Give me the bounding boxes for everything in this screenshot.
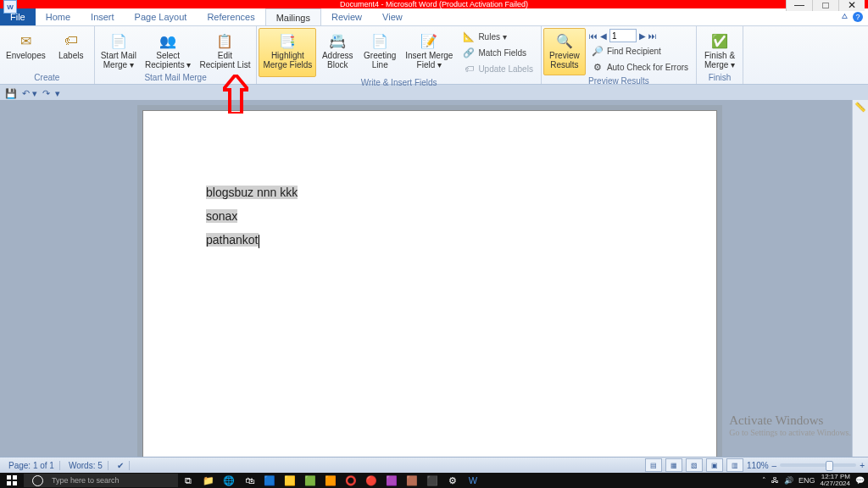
tab-references[interactable]: References <box>197 8 264 25</box>
next-record-button[interactable]: ▶ <box>639 31 646 41</box>
maximize-button[interactable]: □ <box>812 0 838 11</box>
store-icon[interactable]: 🛍 <box>239 473 259 488</box>
app-icon-3[interactable]: 🟩 <box>300 473 320 488</box>
app-icon-5[interactable]: 🔴 <box>361 473 381 488</box>
edit-recipient-list-button[interactable]: 📋 Edit Recipient List <box>195 28 254 72</box>
ruler-toggle-icon[interactable]: 📏 <box>854 102 866 113</box>
save-icon[interactable]: 💾 <box>5 88 17 99</box>
tab-mailings[interactable]: Mailings <box>265 8 321 25</box>
labels-button[interactable]: 🏷 Labels <box>50 28 92 72</box>
ribbon-tabs: File Home Insert Page Layout References … <box>0 8 868 26</box>
preview-icon: 🔍 <box>555 31 574 50</box>
preview-results-button[interactable]: 🔍 Preview Results <box>543 28 586 75</box>
greeting-line-button[interactable]: 📄 Greeting Line <box>359 28 401 77</box>
svg-rect-3 <box>13 481 17 485</box>
app-icon-4[interactable]: 🟧 <box>320 473 341 488</box>
tab-view[interactable]: View <box>372 8 413 25</box>
qat-customize-icon[interactable]: ▾ <box>55 88 60 99</box>
spellcheck-icon[interactable]: ✔ <box>112 461 130 470</box>
help-icon[interactable]: ? <box>853 12 863 22</box>
highlight-merge-fields-button[interactable]: 📑 Highlight Merge Fields <box>259 28 316 77</box>
rules-label: Rules ▾ <box>478 32 506 42</box>
select-recipients-button[interactable]: 👥 Select Recipients ▾ <box>141 28 195 72</box>
document-area[interactable]: blogsbuz nnn kkk sonax pathankot 📏 Activ… <box>0 100 868 458</box>
file-explorer-icon[interactable]: 📁 <box>198 473 219 488</box>
finish-merge-button[interactable]: ✅ Finish & Merge ▾ <box>698 28 741 72</box>
text-cursor <box>259 235 259 248</box>
title-bar: W Document4 - Microsoft Word (Product Ac… <box>0 0 868 8</box>
merge-field-1[interactable]: blogsbuz nnn kkk <box>206 186 298 199</box>
taskbar-clock[interactable]: 12:17 PM 4/27/2024 <box>820 474 850 487</box>
tab-insert[interactable]: Insert <box>81 8 125 25</box>
svg-rect-2 <box>7 481 11 485</box>
find-recipient-button[interactable]: 🔎Find Recipient <box>589 43 691 58</box>
task-view-icon[interactable]: ⧉ <box>178 473 198 488</box>
start-button[interactable] <box>0 473 24 488</box>
redo-icon[interactable]: ↷ <box>42 88 50 99</box>
word-taskbar-icon[interactable]: W <box>463 473 483 488</box>
envelopes-button[interactable]: ✉ Envelopes <box>2 28 50 72</box>
tab-page-layout[interactable]: Page Layout <box>125 8 198 25</box>
tab-home[interactable]: Home <box>36 8 81 25</box>
address-block-button[interactable]: 📇 Address Block <box>316 28 359 77</box>
merge-field-2[interactable]: sonax <box>206 209 237 223</box>
auto-check-errors-button[interactable]: ⚙Auto Check for Errors <box>589 59 691 75</box>
match-fields-button[interactable]: 🔗Match Fields <box>460 45 536 60</box>
greeting-icon: 📄 <box>370 31 389 50</box>
print-layout-view-button[interactable]: ▤ <box>645 458 662 472</box>
zoom-level[interactable]: 110% <box>747 461 769 470</box>
app-icon-7[interactable]: 🟫 <box>402 473 422 488</box>
find-icon: 🔎 <box>592 45 604 57</box>
fullscreen-view-button[interactable]: ▦ <box>665 458 682 472</box>
activate-windows-watermark: Activate Windows Go to Settings to activ… <box>729 413 851 437</box>
record-number-input[interactable] <box>609 29 637 42</box>
find-label: Find Recipient <box>607 47 661 56</box>
update-label: Update Labels <box>478 64 533 74</box>
zoom-out-button[interactable]: – <box>772 461 777 470</box>
notifications-icon[interactable]: 💬 <box>855 476 865 485</box>
tab-review[interactable]: Review <box>321 8 372 25</box>
zoom-slider[interactable] <box>780 463 856 467</box>
group-preview-results: 🔍 Preview Results ⏮ ◀ ▶ ⏭ 🔎Find Recipien… <box>542 26 697 84</box>
outline-view-button[interactable]: ▣ <box>706 458 723 472</box>
tray-network-icon[interactable]: 🖧 <box>771 476 779 485</box>
update-labels-button: 🏷Update Labels <box>460 61 536 76</box>
document-page[interactable]: blogsbuz nnn kkk sonax pathankot <box>142 110 717 458</box>
web-layout-view-button[interactable]: ▧ <box>686 458 703 472</box>
page-status[interactable]: Page: 1 of 1 <box>3 461 60 470</box>
labels-icon: 🏷 <box>62 31 81 50</box>
minimize-button[interactable]: — <box>786 0 812 11</box>
edge-icon[interactable]: 🌐 <box>219 473 239 488</box>
app-icon-6[interactable]: 🟪 <box>381 473 402 488</box>
match-label: Match Fields <box>478 48 526 58</box>
insert-merge-field-button[interactable]: 📝 Insert Merge Field ▾ <box>401 28 457 77</box>
svg-rect-1 <box>13 475 17 480</box>
tray-language-icon[interactable]: ENG <box>798 476 815 485</box>
vertical-scrollbar-area[interactable]: 📏 <box>852 100 868 458</box>
chrome-icon[interactable]: ⭕ <box>341 473 361 488</box>
draft-view-button[interactable]: ▥ <box>726 458 743 472</box>
tray-chevron-icon[interactable]: ˄ <box>762 476 766 485</box>
address-label: Address Block <box>322 51 353 69</box>
app-icon-2[interactable]: 🟨 <box>280 473 300 488</box>
last-record-button[interactable]: ⏭ <box>648 31 657 41</box>
tray-volume-icon[interactable]: 🔊 <box>784 476 793 485</box>
zoom-in-button[interactable]: + <box>860 461 865 470</box>
app-icon-1[interactable]: 🟦 <box>259 473 280 488</box>
app-icon-8[interactable]: ⬛ <box>422 473 442 488</box>
merge-field-3[interactable]: pathankot <box>206 233 259 247</box>
ribbon: ✉ Envelopes 🏷 Labels Create 📄 Start Mail… <box>0 26 868 85</box>
first-record-button[interactable]: ⏮ <box>589 31 598 41</box>
settings-icon[interactable]: ⚙ <box>442 473 463 488</box>
insert-field-icon: 📝 <box>420 31 438 50</box>
rules-button[interactable]: 📐Rules ▾ <box>460 29 536 44</box>
status-bar: Page: 1 of 1 Words: 5 ✔ ▤ ▦ ▧ ▣ ▥ 110% –… <box>0 457 868 473</box>
minimize-ribbon-icon[interactable]: ㅿ <box>840 10 849 23</box>
envelope-icon: ✉ <box>16 31 35 50</box>
word-count[interactable]: Words: 5 <box>64 461 108 470</box>
start-mail-merge-button[interactable]: 📄 Start Mail Merge ▾ <box>97 28 141 72</box>
undo-icon[interactable]: ↶ ▾ <box>22 88 37 99</box>
windows-taskbar: Type here to search ⧉ 📁 🌐 🛍 🟦 🟨 🟩 🟧 ⭕ 🔴 … <box>0 473 868 488</box>
prev-record-button[interactable]: ◀ <box>600 31 607 41</box>
taskbar-search[interactable]: Type here to search <box>24 474 178 487</box>
